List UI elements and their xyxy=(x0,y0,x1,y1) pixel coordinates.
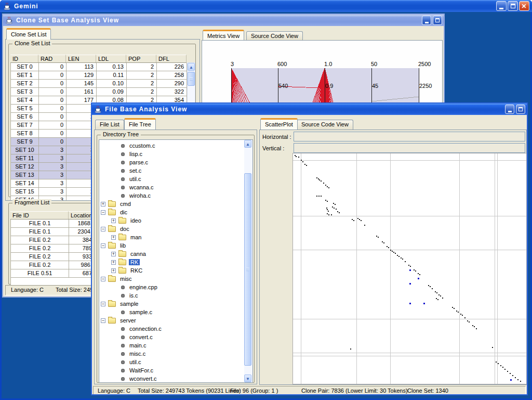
scroll-up-icon[interactable]: ▲ xyxy=(188,63,195,71)
tree-item[interactable]: − doc xyxy=(99,225,244,233)
tree-item-label[interactable]: wconvert.c xyxy=(128,376,158,382)
file-maximize-button[interactable] xyxy=(516,105,525,114)
tree-item[interactable]: util.c xyxy=(99,175,244,183)
tree-expander-icon[interactable]: − xyxy=(101,227,105,231)
table-row[interactable]: SET 2 0 145 0.10 2 290 xyxy=(11,80,187,88)
tree-item-label[interactable]: misc xyxy=(118,276,134,282)
column-header-file-id[interactable]: File ID xyxy=(10,211,69,219)
tree-item-label[interactable]: set.c xyxy=(128,167,143,174)
main-title-bar[interactable]: Gemini ✕ xyxy=(0,0,532,12)
scroll-down-icon[interactable]: ▼ xyxy=(244,375,251,382)
tree-expander-icon[interactable]: + xyxy=(111,268,116,273)
tree-item-label[interactable]: wcanna.c xyxy=(128,184,155,190)
tree-item-label[interactable]: server xyxy=(118,317,138,324)
scrollbar-thumb[interactable] xyxy=(188,72,195,86)
main-restore-button[interactable] xyxy=(508,1,518,11)
tree-item[interactable]: ccustom.c xyxy=(99,141,244,150)
table-row[interactable]: FILE 0.2 933 xyxy=(11,253,95,261)
column-header-ldl[interactable]: LDL xyxy=(96,55,126,62)
table-row[interactable]: FILE 0.2 789 xyxy=(11,244,95,253)
tab-scatterplot[interactable]: ScatterPlot xyxy=(260,118,298,130)
tab-file-list[interactable]: File List xyxy=(95,120,124,130)
tree-expander-icon[interactable]: + xyxy=(111,260,116,265)
tree-item[interactable]: − sample xyxy=(99,300,244,308)
tree-item-label[interactable]: parse.c xyxy=(128,159,150,165)
tree-item-label[interactable]: sample.c xyxy=(128,309,154,315)
main-minimize-button[interactable] xyxy=(496,1,507,11)
tree-item-label[interactable]: engine.cpp xyxy=(128,284,159,290)
tree-item[interactable]: connection.c xyxy=(99,325,244,333)
tree-item[interactable]: − lib xyxy=(99,241,244,250)
tree-item-label[interactable]: convert.c xyxy=(128,334,154,340)
tree-item-label[interactable]: lib xyxy=(118,242,127,249)
table-row[interactable]: FILE 0.1 1868. xyxy=(11,220,95,228)
tree-item[interactable]: + cmd xyxy=(99,200,244,208)
main-close-button[interactable]: ✕ xyxy=(519,1,529,11)
tree-item[interactable]: wcanna.c xyxy=(99,183,244,191)
file-base-window-title-bar[interactable]: File Base Analysis View xyxy=(92,104,527,115)
tree-item-label[interactable]: misc.c xyxy=(128,351,147,357)
table-row[interactable]: FILE 0.1 2304. xyxy=(11,228,95,236)
table-row[interactable]: FILE 0.2 986. xyxy=(11,261,95,269)
tree-item-label[interactable]: util.c xyxy=(128,176,143,182)
tree-item-label[interactable]: dic xyxy=(118,209,129,215)
vertical-input[interactable] xyxy=(294,143,525,153)
tree-item[interactable]: wiroha.c xyxy=(99,191,244,200)
table-row[interactable]: SET 1 0 129 0.11 2 258 xyxy=(11,71,187,80)
scatter-plot-canvas[interactable] xyxy=(293,153,526,384)
tab-clone-set-list[interactable]: Clone Set List xyxy=(6,28,51,40)
tree-expander-icon[interactable]: − xyxy=(101,318,105,323)
tree-item[interactable]: WaitFor.c xyxy=(99,366,244,375)
tree-item[interactable]: lisp.c xyxy=(99,150,244,158)
tree-item[interactable]: parse.c xyxy=(99,158,244,166)
tree-item-label[interactable]: connection.c xyxy=(128,326,163,332)
tree-expander-icon[interactable]: − xyxy=(101,302,105,306)
tree-item[interactable]: + RK xyxy=(99,258,244,266)
tree-item[interactable]: misc.c xyxy=(99,350,244,358)
tree-item[interactable]: is.c xyxy=(99,291,244,300)
tree-item-label[interactable]: man xyxy=(129,234,143,240)
tree-item[interactable]: set.c xyxy=(99,166,244,175)
tree-expander-icon[interactable]: − xyxy=(101,210,105,215)
tab-metrics-view[interactable]: Metrics View xyxy=(203,30,244,40)
tree-expander-icon[interactable]: + xyxy=(111,235,116,240)
clone-minimize-button[interactable] xyxy=(422,16,431,25)
tree-item-label[interactable]: wiroha.c xyxy=(128,192,152,199)
tree-item-label[interactable]: canna xyxy=(129,251,148,257)
column-header-id[interactable]: ID xyxy=(10,55,38,62)
horizontal-input[interactable] xyxy=(294,132,525,141)
tree-item-label[interactable]: is.c xyxy=(128,292,140,299)
tree-item[interactable]: main.c xyxy=(99,341,244,350)
clone-set-window-title-bar[interactable]: Clone Set Base Analysis View xyxy=(3,15,444,26)
tree-item[interactable]: util.c xyxy=(99,358,244,366)
tree-item-label[interactable]: WaitFor.c xyxy=(128,367,155,373)
tree-item[interactable]: + RKC xyxy=(99,266,244,275)
table-row[interactable]: SET 0 0 113 0.13 2 226 xyxy=(11,63,187,71)
tree-item-label[interactable]: main.c xyxy=(128,342,148,349)
file-base-window[interactable]: File Base Analysis View File List File T… xyxy=(91,102,528,395)
file-minimize-button[interactable] xyxy=(505,105,514,114)
tree-item-label[interactable]: sample xyxy=(118,301,140,307)
tree-item-label[interactable]: util.c xyxy=(128,359,143,365)
tree-item-label[interactable]: cmd xyxy=(118,201,132,207)
clone-maximize-button[interactable] xyxy=(433,16,442,25)
tree-item[interactable]: + man xyxy=(99,233,244,241)
tree-expander-icon[interactable]: + xyxy=(111,218,116,223)
tree-expander-icon[interactable]: + xyxy=(111,252,116,256)
tree-item-label[interactable]: doc xyxy=(118,226,131,232)
tree-expander-icon[interactable]: + xyxy=(101,202,105,207)
tree-item[interactable]: wconvert.c xyxy=(99,375,244,382)
tree-item[interactable]: + canna xyxy=(99,250,244,258)
tree-item[interactable]: sample.c xyxy=(99,308,244,316)
scrollbar-thumb[interactable] xyxy=(244,173,251,366)
scroll-up-icon[interactable]: ▲ xyxy=(244,140,251,148)
tree-item-label[interactable]: ideo xyxy=(129,217,143,224)
tree-item-label[interactable]: lisp.c xyxy=(128,151,144,157)
column-header-pop[interactable]: POP xyxy=(126,55,156,62)
column-header-rad[interactable]: RAD xyxy=(38,55,66,62)
tree-scrollbar[interactable]: ▲ ▼ xyxy=(244,140,252,382)
tree-item-label[interactable]: RK xyxy=(129,259,140,265)
tree-item-label[interactable]: ccustom.c xyxy=(128,143,157,149)
tree-item[interactable]: engine.cpp xyxy=(99,283,244,291)
tab-source-code-view-clone[interactable]: Source Code View xyxy=(246,31,303,40)
